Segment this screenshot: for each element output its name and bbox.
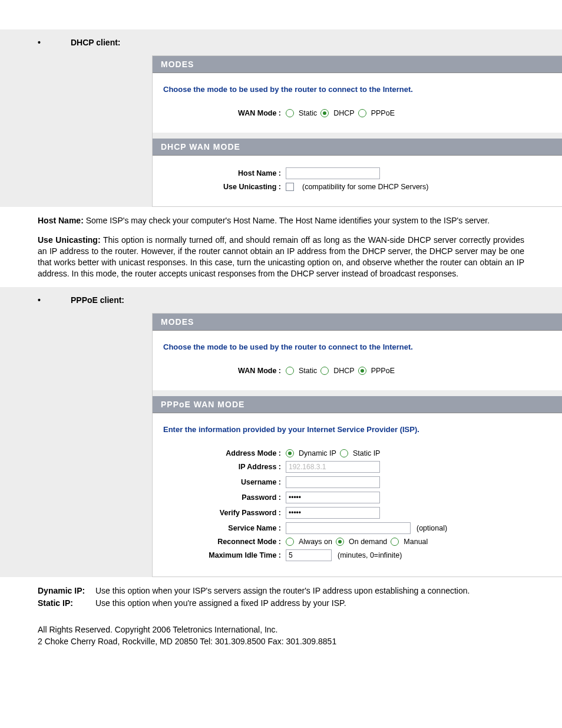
pppoe-panel: MODES Choose the mode to be used by the … [0, 313, 562, 577]
radio-always-on-label: Always on [299, 538, 332, 546]
radio-static-label-2: Static [299, 367, 317, 375]
mode-instruction: Choose the mode to be used by the router… [163, 85, 551, 94]
bullet-icon: • [38, 38, 71, 47]
radio-manual-label: Manual [404, 538, 428, 546]
pppoe-description: Dynamic IP: Use this option when your IS… [0, 577, 562, 609]
pppoe-wan-header: PPPoE WAN MODE [153, 396, 562, 413]
radio-static-label: Static [299, 109, 317, 117]
service-name-label: Service Name : [163, 524, 286, 532]
bullet-icon: • [38, 295, 71, 305]
radio-always-on[interactable] [286, 538, 294, 546]
dhcp-wan-header: DHCP WAN MODE [153, 139, 562, 156]
radio-manual[interactable] [391, 538, 399, 546]
wan-mode-label-2: WAN Mode : [163, 367, 286, 375]
reconnect-mode-label: Reconnect Mode : [163, 538, 286, 546]
hostname-text: Some ISP's may check your computer's Hos… [84, 216, 490, 225]
dhcp-description: Host Name: Some ISP's may check your com… [0, 207, 562, 279]
service-name-input[interactable] [286, 522, 411, 534]
wan-mode-label: WAN Mode : [163, 109, 286, 117]
username-input[interactable] [286, 476, 380, 488]
dhcp-section-title: DHCP client: [71, 38, 121, 47]
unicasting-label: Use Unicasting : [163, 183, 286, 191]
verify-password-input[interactable] [286, 507, 380, 519]
radio-static-ip-label: Static IP [353, 449, 381, 457]
unicasting-text: This option is normally turned off, and … [38, 235, 524, 278]
unicasting-term: Use Unicasting: [38, 235, 101, 245]
ip-address-label: IP Address : [163, 463, 286, 471]
ip-address-input[interactable] [286, 461, 380, 473]
footer-line1: All Rights Reserved. Copyright 2006 Tele… [38, 624, 524, 636]
verify-password-label: Verify Password : [163, 509, 286, 517]
dynamic-ip-term: Dynamic IP: [38, 585, 95, 597]
footer: All Rights Reserved. Copyright 2006 Tele… [0, 610, 562, 647]
radio-on-demand[interactable] [336, 538, 344, 546]
radio-static-2[interactable] [286, 367, 294, 375]
radio-dhcp-label-2: DHCP [333, 367, 354, 375]
pppoe-section-title: PPPoE client: [71, 295, 124, 305]
pppoe-instruction: Enter the information provided by your I… [163, 425, 551, 434]
dhcp-heading-band: • DHCP client: [0, 29, 562, 55]
password-input[interactable] [286, 492, 380, 503]
address-mode-label: Address Mode : [163, 449, 286, 457]
radio-pppoe-label-2: PPPoE [371, 367, 395, 375]
dynamic-ip-text: Use this option when your ISP's servers … [95, 585, 470, 597]
hostname-label: Host Name : [163, 169, 286, 177]
radio-pppoe[interactable] [358, 109, 366, 117]
unicasting-hint: (compatibility for some DHCP Servers) [302, 183, 428, 191]
username-label: Username : [163, 478, 286, 486]
modes-header-2: MODES [153, 314, 562, 331]
footer-line2: 2 Choke Cherry Road, Rockville, MD 20850… [38, 636, 524, 648]
unicasting-checkbox[interactable] [286, 183, 294, 191]
radio-on-demand-label: On demand [349, 538, 387, 546]
idle-hint: (minutes, 0=infinite) [338, 551, 402, 559]
password-label: Password : [163, 493, 286, 502]
radio-dhcp-2[interactable] [320, 367, 329, 375]
max-idle-input[interactable] [286, 549, 332, 561]
dhcp-panel: MODES Choose the mode to be used by the … [0, 55, 562, 207]
optional-hint: (optional) [416, 524, 447, 532]
hostname-input[interactable] [286, 167, 380, 179]
radio-dhcp[interactable] [320, 109, 329, 117]
mode-instruction-2: Choose the mode to be used by the router… [163, 342, 551, 351]
hostname-term: Host Name: [38, 216, 84, 225]
radio-dhcp-label: DHCP [333, 109, 354, 117]
pppoe-heading-band: • PPPoE client: [0, 287, 562, 313]
radio-dynamic-ip[interactable] [286, 449, 294, 457]
radio-static-ip[interactable] [340, 449, 348, 457]
radio-dynamic-ip-label: Dynamic IP [299, 449, 336, 457]
static-ip-term: Static IP: [38, 598, 95, 609]
modes-header: MODES [153, 56, 562, 73]
radio-pppoe-2[interactable] [358, 367, 366, 375]
radio-static[interactable] [286, 109, 294, 117]
static-ip-text: Use this option when you're assigned a f… [95, 598, 346, 609]
max-idle-label: Maximum Idle Time : [163, 551, 286, 559]
radio-pppoe-label: PPPoE [371, 109, 395, 117]
